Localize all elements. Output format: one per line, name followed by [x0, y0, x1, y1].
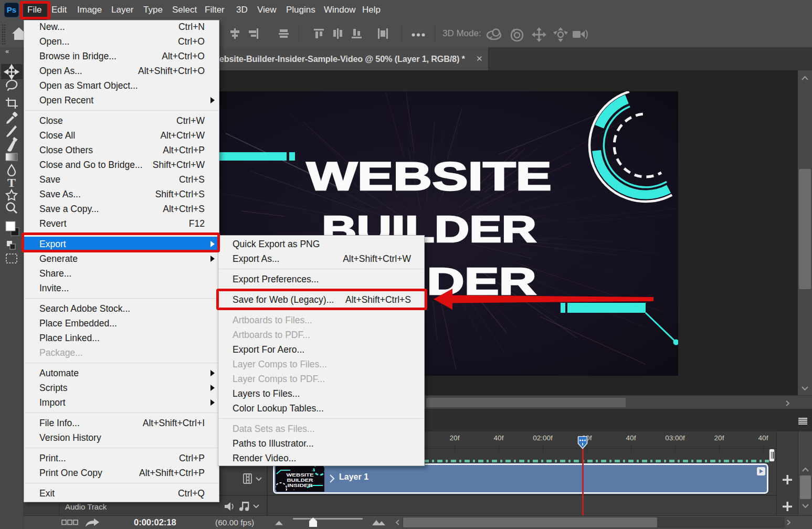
svg-text:T: T — [7, 176, 16, 189]
svg-text:«: « — [5, 47, 9, 55]
svg-text:INSIDER: INSIDER — [288, 482, 313, 488]
svg-text:WEBSITE: WEBSITE — [307, 154, 552, 198]
